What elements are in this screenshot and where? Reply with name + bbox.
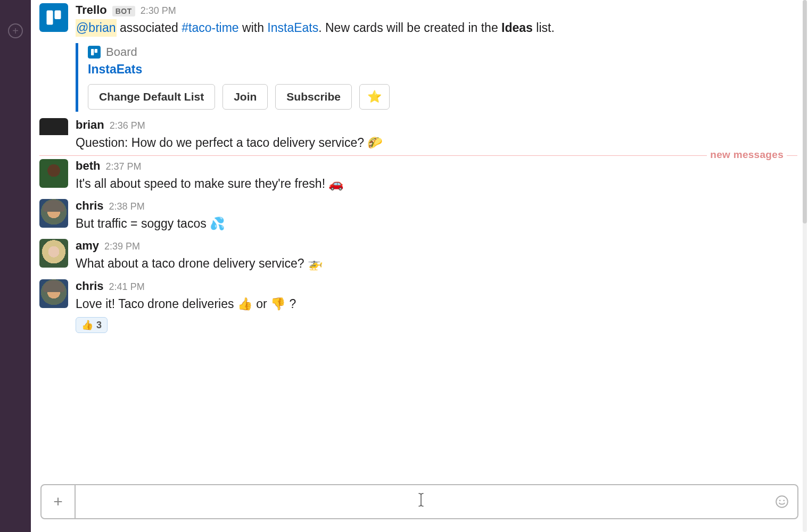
star-icon: ⭐	[367, 90, 382, 103]
message: brian 2:36 PM Question: How do we perfec…	[31, 115, 797, 155]
message-text: But traffic = soggy tacos 💦	[76, 215, 797, 232]
star-button[interactable]: ⭐	[359, 84, 390, 110]
message-text: @brian associated #taco-time with InstaE…	[76, 19, 797, 37]
author-name[interactable]: amy	[76, 239, 99, 253]
avatar[interactable]	[39, 279, 68, 308]
channel-content: Trello BOT 2:30 PM @brian associated #ta…	[31, 0, 808, 532]
plus-icon: +	[12, 26, 19, 36]
emoji-button[interactable]	[766, 485, 797, 518]
message-time: 2:38 PM	[109, 201, 145, 212]
message: chris 2:38 PM But traffic = soggy tacos …	[31, 196, 797, 236]
message-text: What about a taco drone delivery service…	[76, 255, 797, 272]
author-name[interactable]: chris	[76, 279, 104, 293]
scrollbar[interactable]	[803, 0, 807, 532]
message-composer: +	[40, 484, 798, 519]
message-time: 2:39 PM	[104, 241, 140, 252]
svg-point-7	[783, 500, 785, 501]
message: amy 2:39 PM What about a taco drone deli…	[31, 236, 797, 276]
subscribe-button[interactable]: Subscribe	[275, 84, 352, 110]
avatar[interactable]	[39, 239, 68, 268]
scroll-thumb[interactable]	[803, 0, 807, 223]
trello-icon	[44, 8, 63, 27]
reaction[interactable]: 👍 3	[76, 317, 108, 333]
author-name[interactable]: brian	[76, 118, 104, 132]
message-header: beth 2:37 PM	[76, 159, 797, 173]
svg-rect-2	[55, 11, 61, 20]
reaction-count: 3	[96, 320, 102, 331]
attachment-header: Board	[88, 45, 797, 59]
list-name: Ideas	[501, 21, 533, 35]
avatar[interactable]	[39, 3, 68, 32]
message-body: brian 2:36 PM Question: How do we perfec…	[76, 118, 797, 152]
message: Trello BOT 2:30 PM @brian associated #ta…	[31, 0, 797, 115]
change-default-list-button[interactable]: Change Default List	[88, 84, 215, 110]
svg-point-5	[776, 496, 788, 508]
message-time: 2:41 PM	[109, 281, 145, 293]
thumbs-up-icon: 👍	[81, 319, 93, 331]
workspace-sidebar: +	[0, 0, 31, 532]
board-link[interactable]: InstaEats	[267, 21, 318, 35]
svg-rect-4	[95, 49, 97, 53]
svg-point-6	[779, 500, 781, 501]
channel-link[interactable]: #taco-time	[182, 21, 238, 35]
trello-board-icon	[88, 46, 101, 59]
message-text: Question: How do we perfect a taco deliv…	[76, 134, 797, 152]
mention[interactable]: @brian	[76, 19, 117, 37]
attach-button[interactable]: +	[42, 485, 76, 518]
message-time: 2:37 PM	[105, 161, 141, 172]
author-name[interactable]: chris	[76, 199, 104, 213]
message-time: 2:30 PM	[141, 5, 176, 16]
attachment-name[interactable]: InstaEats	[88, 62, 797, 77]
message-header: amy 2:39 PM	[76, 239, 797, 253]
message-list: Trello BOT 2:30 PM @brian associated #ta…	[31, 0, 808, 480]
attachment: Board InstaEats Change Default List Join…	[76, 43, 797, 112]
message-body: Trello BOT 2:30 PM @brian associated #ta…	[76, 3, 797, 112]
message-header: chris 2:38 PM	[76, 199, 797, 213]
message-body: chris 2:41 PM Love it! Taco drone delive…	[76, 279, 797, 333]
attachment-actions: Change Default List Join Subscribe ⭐	[88, 84, 797, 110]
text-span: associated	[117, 21, 182, 35]
svg-rect-3	[91, 49, 94, 55]
avatar[interactable]	[39, 199, 68, 228]
message-input[interactable]	[76, 485, 766, 518]
message-body: chris 2:38 PM But traffic = soggy tacos …	[76, 199, 797, 232]
avatar[interactable]	[39, 118, 68, 147]
author-name[interactable]: Trello	[76, 3, 107, 17]
avatar[interactable]	[39, 159, 68, 188]
message: beth 2:37 PM It's all about speed to mak…	[31, 156, 797, 196]
smile-icon	[775, 495, 789, 509]
message-text: Love it! Taco drone deliveries 👍 or 👎 ?	[76, 295, 797, 313]
message-text: It's all about speed to make sure they'r…	[76, 175, 797, 193]
message-body: amy 2:39 PM What about a taco drone deli…	[76, 239, 797, 272]
join-button[interactable]: Join	[222, 84, 268, 110]
text-span: with	[239, 21, 268, 35]
message-body: beth 2:37 PM It's all about speed to mak…	[76, 159, 797, 193]
message-header: chris 2:41 PM	[76, 279, 797, 293]
text-span: . New cards will be created in the	[318, 21, 501, 35]
message-header: Trello BOT 2:30 PM	[76, 3, 797, 17]
add-workspace-button[interactable]: +	[8, 23, 23, 38]
text-span: list.	[533, 21, 555, 35]
composer-input-wrap	[76, 485, 766, 518]
message-header: brian 2:36 PM	[76, 118, 797, 132]
slack-app: + Trello BOT 2	[0, 0, 808, 532]
plus-icon: +	[53, 493, 63, 511]
svg-rect-1	[47, 11, 53, 25]
attachment-type: Board	[106, 45, 137, 59]
author-name[interactable]: beth	[76, 159, 100, 173]
message: chris 2:41 PM Love it! Taco drone delive…	[31, 276, 797, 336]
message-time: 2:36 PM	[110, 120, 145, 131]
app-badge: BOT	[112, 6, 135, 16]
